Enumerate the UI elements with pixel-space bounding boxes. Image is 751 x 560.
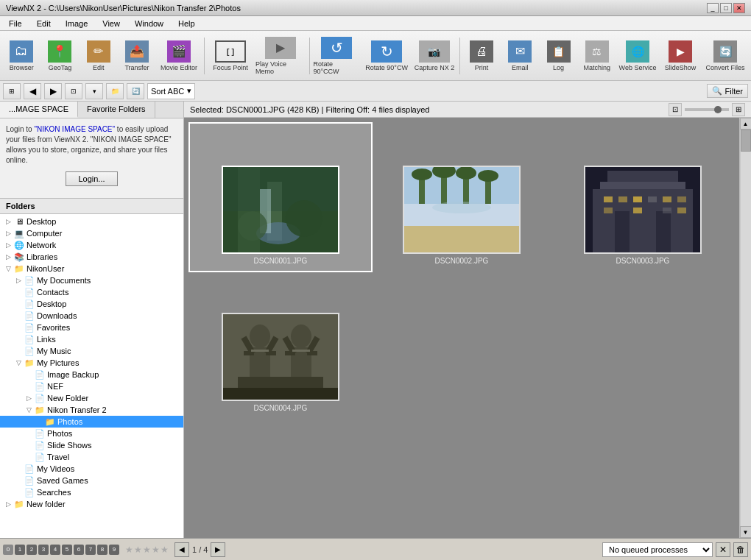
trash-button[interactable]: 🗑 [733, 542, 748, 557]
thumb-cell-img2[interactable]: DSCN0002.JPG [371, 124, 552, 271]
menu-window[interactable]: Window [129, 18, 169, 29]
movie-editor-tool[interactable]: 🎬 Movie Editor [157, 35, 201, 77]
view-mode-1[interactable]: ⊡ [65, 83, 82, 99]
filter-button[interactable]: 🔍 Filter [707, 84, 748, 98]
nikon-space-text: Login to "NIKON IMAGE SPACE" to easily u… [6, 124, 177, 166]
num-1[interactable]: 1 [15, 545, 25, 555]
tree-item-links[interactable]: 📄 Links [0, 333, 183, 345]
tree-item-downloads[interactable]: 📄 Downloads [0, 310, 183, 322]
tree-item-desktop2[interactable]: 📄 Desktop [0, 298, 183, 310]
num-7[interactable]: 7 [85, 545, 96, 555]
matching-tool[interactable]: ⚖ Matching [579, 35, 616, 77]
tree-item-my-music[interactable]: 📄 My Music [0, 345, 183, 357]
tree-item-image-backup[interactable]: 📄 Image Backup [0, 369, 183, 380]
grid-view-button[interactable]: ⊞ [3, 83, 21, 99]
tree-item-photos2[interactable]: 📄 Photos [0, 428, 183, 439]
tree-item-desktop[interactable]: ▷ 🖥 Desktop [0, 216, 183, 227]
tree-item-my-videos[interactable]: 📄 My Videos [0, 463, 183, 475]
view-btn-2[interactable]: ⊞ [732, 103, 745, 116]
rotate-cw-tool[interactable]: ↻ Rotate 90°CW [362, 35, 411, 77]
thumb-cell-img4[interactable]: DSCN0004.JPG [190, 271, 371, 418]
folder-up[interactable]: 📁 [106, 83, 124, 99]
num-8[interactable]: 8 [97, 545, 107, 555]
play-button[interactable]: ▶ [211, 542, 225, 557]
tree-item-slide-shows[interactable]: 📄 Slide Shows [0, 439, 183, 451]
folder-tree[interactable]: ▷ 🖥 Desktop ▷ 💻 Computer ▷ 🌐 Network [0, 214, 183, 538]
tree-item-nef[interactable]: 📄 NEF [0, 380, 183, 392]
scroll-up-arrow[interactable]: ▲ [740, 118, 752, 130]
tab-image-space[interactable]: ...MAGE SPACE [0, 102, 78, 118]
star-2[interactable]: ★ [134, 545, 142, 555]
menu-view[interactable]: View [96, 18, 126, 29]
star-1[interactable]: ★ [125, 545, 133, 555]
edit-tool[interactable]: ✏ Edit [80, 35, 117, 77]
scroll-track[interactable] [741, 130, 751, 526]
tree-item-my-documents[interactable]: ▷ 📄 My Documents [0, 274, 183, 286]
tree-item-travel[interactable]: 📄 Travel [0, 451, 183, 463]
menu-help[interactable]: Help [172, 18, 201, 29]
star-3[interactable]: ★ [143, 545, 151, 555]
thumb-cell-img1[interactable]: DSCN0001.JPG [190, 124, 371, 271]
num-2[interactable]: 2 [27, 545, 37, 555]
log-tool[interactable]: 📋 Log [540, 35, 577, 77]
close-status-button[interactable]: ✕ [716, 542, 730, 557]
star-5[interactable]: ★ [161, 545, 169, 555]
star-4[interactable]: ★ [152, 545, 160, 555]
tree-item-saved-games[interactable]: 📄 Saved Games [0, 475, 183, 486]
play-voice-tool[interactable]: ▶ Play Voice Memo [255, 35, 306, 77]
print-tool[interactable]: 🖨 Print [463, 35, 500, 77]
convert-tool[interactable]: 🔄 Convert Files [702, 35, 748, 77]
transfer-tool[interactable]: 📤 Transfer [119, 35, 155, 77]
web-service-tool[interactable]: 🌐 Web Service [617, 35, 658, 77]
forward-button[interactable]: ▶ [44, 83, 62, 99]
close-button[interactable]: ✕ [733, 3, 745, 13]
num-5[interactable]: 5 [62, 545, 72, 555]
num-4[interactable]: 4 [50, 545, 60, 555]
tree-item-my-pictures[interactable]: ▽ 📁 My Pictures [0, 357, 183, 369]
queue-dropdown[interactable]: No queued processes [602, 542, 713, 557]
sort-dropdown[interactable]: Sort ABC ▾ [147, 83, 195, 99]
num-6[interactable]: 6 [74, 545, 84, 555]
tree-item-libraries[interactable]: ▷ 📚 Libraries [0, 251, 183, 263]
geotag-tool[interactable]: 📍 GeoTag [41, 35, 78, 77]
back-button[interactable]: ◀ [24, 83, 41, 99]
right-scrollbar[interactable]: ▲ ▼ [739, 118, 751, 538]
menu-file[interactable]: File [3, 18, 28, 29]
tree-item-favorites[interactable]: 📄 Favorites [0, 322, 183, 333]
tree-item-nikon-transfer-2[interactable]: ▽ 📁 Nikon Transfer 2 [0, 404, 183, 416]
tree-item-network[interactable]: ▷ 🌐 Network [0, 239, 183, 251]
menu-image[interactable]: Image [60, 18, 94, 29]
tree-item-contacts[interactable]: 📄 Contacts [0, 286, 183, 298]
minimize-button[interactable]: _ [707, 3, 719, 13]
login-button[interactable]: Login... [66, 171, 117, 186]
tree-item-new-folder[interactable]: ▷ 📄 New Folder [0, 392, 183, 404]
tree-item-nikonuser[interactable]: ▽ 📁 NikonUser [0, 263, 183, 274]
view-mode-2[interactable]: ▾ [85, 83, 103, 99]
tree-item-new-folder2[interactable]: ▷ 📁 New folder [0, 498, 183, 510]
tree-item-photos-selected[interactable]: 📁 Photos [0, 416, 183, 428]
slideshow-tool[interactable]: ▶ SlideShow [660, 35, 701, 77]
view-btn-1[interactable]: ⊡ [669, 103, 682, 116]
tree-item-computer[interactable]: ▷ 💻 Computer [0, 227, 183, 239]
thumbnail-slider[interactable] [685, 108, 729, 111]
capture-tool[interactable]: 📷 Capture NX 2 [412, 35, 456, 77]
scroll-thumb[interactable] [741, 130, 751, 152]
tab-favorite-folders[interactable]: Favorite Folders [78, 102, 155, 118]
num-3[interactable]: 3 [38, 545, 49, 555]
folder-sync[interactable]: 🔄 [127, 83, 144, 99]
tree-item-searches[interactable]: 📄 Searches [0, 486, 183, 498]
scroll-down-arrow[interactable]: ▼ [740, 526, 752, 538]
browser-tool[interactable]: 🗂 Browser [3, 35, 40, 77]
maximize-button[interactable]: □ [720, 3, 732, 13]
window-controls[interactable]: _ □ ✕ [707, 3, 745, 13]
nikon-space-link[interactable]: "NIKON IMAGE SPACE" [34, 125, 115, 133]
prev-button[interactable]: ◀ [174, 542, 189, 557]
email-tool[interactable]: ✉ Email [501, 35, 538, 77]
num-9[interactable]: 9 [109, 545, 119, 555]
slider-track[interactable] [685, 108, 729, 111]
focus-point-tool[interactable]: [ ] Focus Point [208, 35, 253, 77]
zero-button[interactable]: 0 [3, 545, 13, 555]
menu-edit[interactable]: Edit [31, 18, 57, 29]
thumb-cell-img3[interactable]: DSCN0003.JPG [552, 124, 733, 271]
rotate-ccw-tool[interactable]: ↺ Rotate 90°CCW [312, 35, 361, 77]
